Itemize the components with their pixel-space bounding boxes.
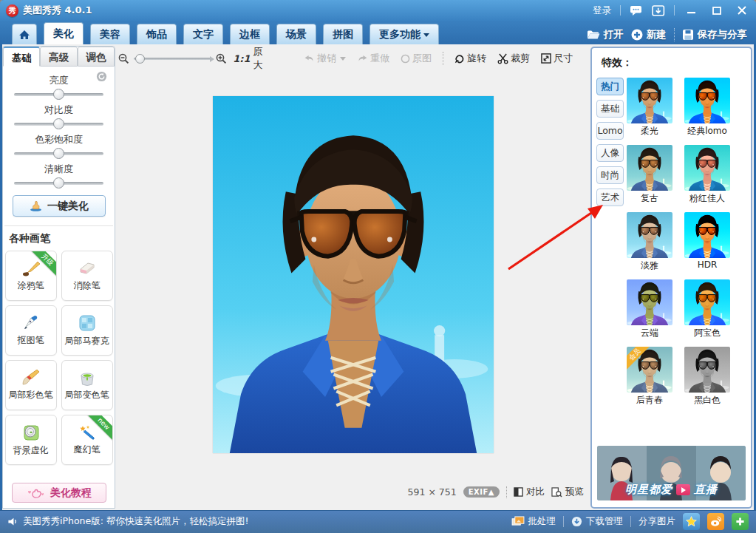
weibo-share-icon[interactable] xyxy=(707,513,724,530)
nav-tab-accessories[interactable]: 饰品 xyxy=(137,24,177,44)
share-image-button[interactable]: 分享图片 xyxy=(638,515,675,528)
slider-handle[interactable] xyxy=(53,89,64,100)
redo-icon xyxy=(357,55,368,63)
compare-button[interactable]: 对比 xyxy=(514,486,545,498)
paintbrush-icon xyxy=(21,370,41,386)
beautify-tutorial-button[interactable]: 美化教程 xyxy=(12,483,106,503)
sharpness-slider[interactable] xyxy=(14,182,103,185)
category-basic[interactable]: 基础 xyxy=(596,100,624,118)
nav-tab-cosmetic[interactable]: 美容 xyxy=(90,24,130,44)
download-manager-button[interactable]: 下载管理 xyxy=(571,515,623,528)
download-icon xyxy=(571,516,582,527)
tab-tone[interactable]: 调色 xyxy=(78,47,115,67)
effect-abao[interactable]: 阿宝色 xyxy=(684,279,730,339)
effect-classic-lomo[interactable]: 经典lomo xyxy=(684,78,730,138)
slider-handle[interactable] xyxy=(53,148,64,159)
zoom-slider[interactable] xyxy=(134,58,211,60)
chevron-down-icon xyxy=(340,57,346,61)
minimize-button[interactable] xyxy=(684,4,700,16)
home-tab[interactable] xyxy=(12,24,37,44)
recolor-pen-button[interactable]: 局部变色笔 xyxy=(61,360,113,410)
nav-tab-scene[interactable]: 场景 xyxy=(276,24,316,44)
folder-open-icon xyxy=(587,30,600,40)
login-link[interactable]: 登录 xyxy=(593,4,611,17)
effect-pink-lady[interactable]: 粉红佳人 xyxy=(684,145,730,205)
reset-icon[interactable] xyxy=(96,71,107,85)
qzone-share-icon[interactable] xyxy=(683,513,700,530)
tab-basic[interactable]: 基础 xyxy=(3,47,40,67)
local-color-pen-button[interactable]: 局部彩色笔 xyxy=(5,360,57,410)
effect-cloud[interactable]: 云端 xyxy=(627,279,672,339)
save-icon xyxy=(682,29,694,41)
home-icon xyxy=(18,30,30,40)
more-share-icon[interactable] xyxy=(732,513,749,530)
main-nav: 美化 美容 饰品 文字 边框 场景 拼图 更多功能 打开 新建 保存与分享 xyxy=(0,21,756,44)
effect-hdr[interactable]: HDR xyxy=(684,212,730,272)
hand-hearts-icon xyxy=(27,487,46,499)
rotate-button[interactable]: 旋转 xyxy=(454,52,486,65)
stamp-hand-icon xyxy=(29,200,43,211)
contrast-slider[interactable] xyxy=(14,123,103,126)
open-button[interactable]: 打开 xyxy=(587,28,624,41)
close-button[interactable] xyxy=(734,4,750,16)
nav-tab-collage[interactable]: 拼图 xyxy=(323,24,363,44)
feedback-icon[interactable] xyxy=(652,5,665,16)
original-icon xyxy=(401,54,410,64)
zoom-slider-handle[interactable] xyxy=(135,54,145,64)
live-stream-ad-banner[interactable]: 明星都爱 直播 xyxy=(597,446,746,500)
crop-button[interactable]: 裁剪 xyxy=(497,52,530,65)
saturation-slider[interactable] xyxy=(14,152,103,155)
status-bar: 美图秀秀iPhone版: 帮你快速美化照片，轻松搞定拼图! 批处理 下载管理 分… xyxy=(0,510,756,533)
save-share-button[interactable]: 保存与分享 xyxy=(682,28,748,41)
category-hot[interactable]: 热门 xyxy=(596,78,624,95)
category-lomo[interactable]: Lomo xyxy=(596,122,624,140)
redo-button[interactable]: 重做 xyxy=(357,52,389,65)
nav-tab-more[interactable]: 更多功能 xyxy=(370,24,439,44)
actual-size-button[interactable]: 原大 xyxy=(253,45,270,72)
effect-retro[interactable]: 复古 xyxy=(627,145,672,205)
nav-tab-border[interactable]: 边框 xyxy=(230,24,270,44)
doodle-pen-button[interactable]: 涂鸦笔 升级 xyxy=(5,251,57,301)
effect-post-youth[interactable]: 会员 后青春 xyxy=(627,347,672,407)
tab-advanced[interactable]: 高级 xyxy=(40,47,77,67)
resize-button[interactable]: 尺寸 xyxy=(541,52,573,65)
cutout-pen-button[interactable]: 抠图笔 xyxy=(5,305,57,356)
contrast-slider-row: 对比度 xyxy=(3,103,115,126)
divider xyxy=(630,516,631,527)
nav-tab-beautify[interactable]: 美化 xyxy=(44,22,84,44)
undo-icon xyxy=(304,55,315,63)
adjust-panel: 基础 高级 调色 亮度 对比度 色彩饱和度 清晰度 xyxy=(2,46,115,509)
slider-handle[interactable] xyxy=(53,177,64,189)
background-blur-button[interactable]: 背景虚化 xyxy=(5,415,57,465)
effects-title: 特效： xyxy=(592,48,751,69)
new-button[interactable]: 新建 xyxy=(631,28,667,41)
eraser-pen-button[interactable]: 消除笔 xyxy=(61,251,113,301)
photo-canvas[interactable] xyxy=(213,96,494,453)
divider xyxy=(674,28,675,41)
batch-process-button[interactable]: 批处理 xyxy=(511,515,556,528)
exif-badge[interactable]: EXIF▲ xyxy=(463,486,500,498)
slider-handle[interactable] xyxy=(53,118,64,129)
one-click-beautify-button[interactable]: 一键美化 xyxy=(13,195,106,217)
banner-text-left: 明星都爱 xyxy=(625,483,672,497)
message-icon[interactable] xyxy=(630,5,643,16)
effect-black-white[interactable]: 黑白色 xyxy=(684,347,730,407)
maximize-button[interactable] xyxy=(709,4,725,16)
undo-button[interactable]: 撤销 xyxy=(304,52,346,65)
category-art[interactable]: 艺术 xyxy=(596,189,624,206)
original-image-button[interactable]: 原图 xyxy=(401,52,432,65)
zoom-out-icon[interactable] xyxy=(118,53,129,64)
effect-soft-light[interactable]: 柔光 xyxy=(627,78,672,138)
category-portrait[interactable]: 人像 xyxy=(596,144,624,162)
window-title: 美图秀秀 4.0.1 xyxy=(23,4,92,17)
magic-pen-button[interactable]: 魔幻笔 new xyxy=(61,415,113,465)
mosaic-button[interactable]: 局部马赛克 xyxy=(61,305,113,356)
brightness-slider[interactable] xyxy=(14,93,103,96)
preview-button[interactable]: 预览 xyxy=(551,486,584,498)
nav-tab-text[interactable]: 文字 xyxy=(183,24,223,44)
saturation-slider-row: 色彩饱和度 xyxy=(3,133,115,155)
effects-categories: 热门 基础 Lomo 人像 时尚 艺术 xyxy=(596,78,624,206)
zoom-in-icon[interactable] xyxy=(216,53,227,64)
effect-elegant[interactable]: 淡雅 xyxy=(627,212,672,272)
category-fashion[interactable]: 时尚 xyxy=(596,166,624,184)
